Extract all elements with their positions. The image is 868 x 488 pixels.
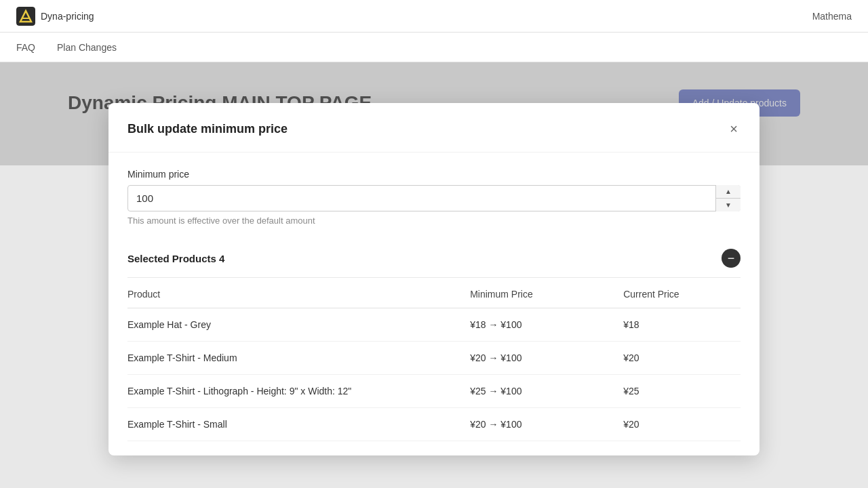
cell-current-price-1: ¥20 [618, 342, 741, 375]
table-row: Example T-Shirt - Medium¥20 → ¥100¥20 [127, 342, 741, 375]
min-price-input[interactable] [127, 185, 741, 211]
products-section: Selected Products 4 − Product Minimum Pr… [127, 239, 741, 441]
cell-current-price-2: ¥25 [618, 375, 741, 408]
products-table: Product Minimum Price Current Price Exam… [127, 281, 741, 441]
products-count-title: Selected Products 4 [127, 253, 224, 264]
modal-title: Bulk update minimum price [127, 122, 288, 136]
app-name: Dyna-pricing [41, 11, 94, 22]
col-header-product: Product [127, 281, 465, 308]
top-bar: Dyna-pricing Mathema [0, 0, 868, 33]
modal-close-button[interactable]: × [727, 119, 741, 138]
cell-product-2: Example T-Shirt - Lithograph - Height: 9… [127, 375, 465, 408]
table-body: Example Hat - Grey¥18 → ¥100¥18Example T… [127, 308, 741, 441]
cell-min-price-1: ¥20 → ¥100 [465, 342, 618, 375]
bulk-update-modal: Bulk update minimum price × Minimum pric… [108, 103, 760, 455]
user-name: Mathema [812, 11, 852, 22]
helper-text: This amount is effective over the defaul… [127, 216, 741, 226]
table-header-row: Product Minimum Price Current Price [127, 281, 741, 308]
cell-min-price-3: ¥20 → ¥100 [465, 408, 618, 441]
min-price-form-group: Minimum price ▲ ▼ This amount is effecti… [127, 169, 741, 226]
secondary-nav: FAQ Plan Changes [0, 33, 868, 62]
cell-product-3: Example T-Shirt - Small [127, 408, 465, 441]
app-logo [16, 7, 35, 26]
cell-min-price-2: ¥25 → ¥100 [465, 375, 618, 408]
main-content: Dynamic Pricing MAIN TOP PAGE Add / Upda… [0, 62, 868, 165]
collapse-button[interactable]: − [722, 249, 741, 268]
spinner-down-button[interactable]: ▼ [716, 199, 741, 211]
min-price-input-wrapper: ▲ ▼ [127, 185, 741, 211]
table-header: Product Minimum Price Current Price [127, 281, 741, 308]
cell-min-price-0: ¥18 → ¥100 [465, 308, 618, 342]
nav-plan-changes[interactable]: Plan Changes [57, 39, 117, 56]
table-row: Example T-Shirt - Small¥20 → ¥100¥20 [127, 408, 741, 441]
top-bar-left: Dyna-pricing [16, 7, 94, 26]
cell-current-price-3: ¥20 [618, 408, 741, 441]
col-header-current-price: Current Price [618, 281, 741, 308]
minus-icon: − [728, 252, 735, 264]
cell-product-1: Example T-Shirt - Medium [127, 342, 465, 375]
cell-current-price-0: ¥18 [618, 308, 741, 342]
modal-body: Minimum price ▲ ▼ This amount is effecti… [108, 152, 760, 455]
spinner-buttons: ▲ ▼ [715, 185, 741, 211]
spinner-up-button[interactable]: ▲ [716, 185, 741, 199]
products-header: Selected Products 4 − [127, 239, 741, 278]
col-header-min-price: Minimum Price [465, 281, 618, 308]
modal-header: Bulk update minimum price × [108, 103, 760, 152]
cell-product-0: Example Hat - Grey [127, 308, 465, 342]
nav-faq[interactable]: FAQ [16, 39, 35, 56]
table-row: Example T-Shirt - Lithograph - Height: 9… [127, 375, 741, 408]
table-row: Example Hat - Grey¥18 → ¥100¥18 [127, 308, 741, 342]
min-price-label: Minimum price [127, 169, 741, 180]
modal-overlay: Bulk update minimum price × Minimum pric… [0, 62, 868, 165]
